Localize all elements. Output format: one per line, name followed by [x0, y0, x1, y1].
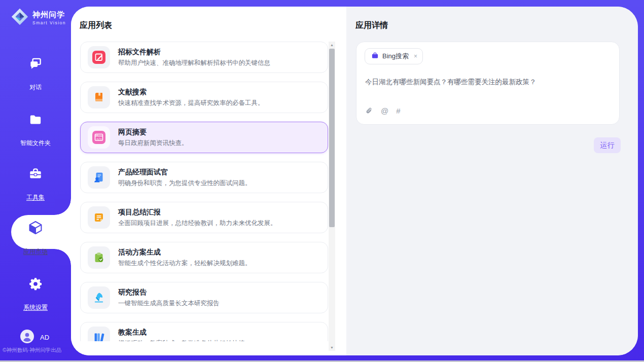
app-list: 招标文件解析 帮助用户快速、准确地理解和解析招标书中的关键信息 文献搜索 快速精…	[71, 42, 337, 341]
app-list-item[interactable]: 研究报告 一键智能生成高质量长文本研究报告	[80, 282, 328, 313]
tool-tag-bing-search[interactable]: Bing搜索 ×	[365, 48, 423, 64]
attachment-toolbar: @ #	[365, 106, 401, 115]
scroll-thumb[interactable]	[329, 49, 335, 227]
at-icon[interactable]: @	[381, 106, 388, 115]
app-item-title: 活动方案生成	[118, 248, 252, 257]
app-detail-panel: 应用详情 Bing搜索 × 今日湖北有哪些新闻要点？有哪些需要关注的最新政策？	[346, 7, 638, 355]
sidebar-item-settings[interactable]: 系统设置	[0, 276, 71, 312]
query-text[interactable]: 今日湖北有哪些新闻要点？有哪些需要关注的最新政策？	[365, 77, 612, 87]
clipboard-check-icon	[88, 246, 110, 269]
app-item-description: 模板驱动，教案秒成，教学准备从此轻松快捷	[118, 339, 245, 342]
paperclip-icon[interactable]	[365, 106, 373, 115]
app-list-item[interactable]: 活动方案生成 智能生成个性化活动方案，轻松解决规划难题。	[80, 242, 328, 273]
app-item-description: 帮助用户快速、准确地理解和解析招标书中的关键信息	[118, 59, 270, 67]
sidebar-item-label: 对话	[29, 83, 42, 92]
toolbox-icon	[0, 166, 71, 182]
gear-icon	[0, 276, 71, 292]
user-account[interactable]: AD	[20, 330, 49, 345]
list-scrollbar[interactable]: ▲ ▼	[329, 42, 335, 351]
user-name: AD	[40, 334, 49, 341]
copyright-text: ©神州数码·神州问学出品	[3, 347, 71, 354]
app-item-title: 招标文件解析	[118, 48, 270, 57]
sidebar: 神州问学 Smart Vision 对话 智能文件夹	[0, 0, 71, 362]
sidebar-item-label: 系统设置	[23, 303, 48, 312]
app-list-item[interactable]: 招标文件解析 帮助用户快速、准确地理解和解析招标书中的关键信息	[80, 42, 328, 73]
app-list-item[interactable]: 文献搜索 快速精准查找学术资源，提高研究效率的必备工具。	[80, 82, 328, 113]
brand-subtitle: Smart Vision	[32, 20, 66, 25]
app-item-description: 明确身份和职责，为您提供专业性的面试问题。	[118, 179, 252, 188]
bid-doc-edit-icon	[88, 46, 110, 68]
chat-icon	[0, 56, 71, 71]
app-list-item[interactable]: </> 网页摘要 每日政府新闻资讯快查。	[80, 122, 328, 153]
app-list-panel: 应用列表 招标文件解析 帮助用户快速、准确地理解和解析招标书中的关键信息 文献搜…	[71, 7, 346, 355]
prompt-card[interactable]: Bing搜索 × 今日湖北有哪些新闻要点？有哪些需要关注的最新政策？ @ #	[356, 42, 620, 125]
app-logo: 神州问学 Smart Vision	[10, 7, 66, 28]
sidebar-item-label: 应用市场	[23, 247, 48, 256]
books-icon	[88, 327, 110, 341]
scroll-up-arrow[interactable]: ▲	[329, 42, 335, 48]
avatar	[20, 330, 34, 345]
report-note-icon	[88, 206, 110, 229]
folder-icon	[0, 112, 71, 127]
app-item-title: 产品经理面试官	[118, 168, 252, 177]
app-item-description: 全面回顾项目进展，总结经验教训，助力未来优化发展。	[118, 219, 277, 228]
app-item-description: 一键智能生成高质量长文本研究报告	[118, 299, 220, 308]
sidebar-item-toolkit[interactable]: 工具集	[0, 166, 71, 202]
briefcase-icon	[371, 52, 379, 61]
cube-icon	[0, 220, 71, 236]
sidebar-item-app-market[interactable]: 应用市场	[0, 220, 71, 256]
app-item-description: 快速精准查找学术资源，提高研究效率的必备工具。	[118, 99, 264, 107]
app-list-item[interactable]: 产品经理面试官 明确身份和职责，为您提供专业性的面试问题。	[80, 162, 328, 193]
pill-curve-top	[55, 199, 71, 215]
app-item-title: 文献搜索	[118, 88, 264, 97]
sidebar-item-smart-folder[interactable]: 智能文件夹	[0, 112, 71, 148]
app-list-item[interactable]: 项目总结汇报 全面回顾项目进展，总结经验教训，助力未来优化发展。	[80, 202, 328, 233]
sidebar-item-label: 工具集	[26, 193, 45, 202]
interviewer-icon	[88, 166, 110, 189]
hash-icon[interactable]: #	[396, 106, 400, 115]
app-item-description: 智能生成个性化活动方案，轻松解决规划难题。	[118, 259, 252, 268]
brand-name: 神州问学	[32, 10, 66, 20]
close-icon[interactable]: ×	[414, 53, 417, 60]
sidebar-item-label: 智能文件夹	[20, 139, 51, 148]
app-list-item[interactable]: 教案生成 模板驱动，教案秒成，教学准备从此轻松快捷	[80, 322, 328, 341]
scroll-down-arrow[interactable]: ▼	[329, 344, 335, 351]
app-item-title: 教案生成	[118, 328, 245, 337]
app-item-description: 每日政府新闻资讯快查。	[118, 139, 188, 148]
app-list-title: 应用列表	[80, 20, 112, 31]
app-item-title: 项目总结汇报	[118, 208, 277, 217]
quill-icon	[88, 286, 110, 309]
app-detail-title: 应用详情	[355, 20, 388, 31]
app-item-title: 网页摘要	[118, 128, 188, 137]
brand-diamond-icon	[10, 7, 29, 28]
tool-tag-label: Bing搜索	[382, 52, 409, 61]
web-window-icon: </>	[88, 126, 110, 149]
run-button[interactable]: 运行	[594, 137, 621, 153]
main-content: 应用列表 招标文件解析 帮助用户快速、准确地理解和解析招标书中的关键信息 文献搜…	[71, 7, 638, 355]
svg-text:</>: </>	[96, 137, 102, 140]
app-item-title: 研究报告	[118, 288, 220, 297]
sidebar-item-chat[interactable]: 对话	[0, 56, 71, 92]
book-icon	[88, 86, 110, 108]
